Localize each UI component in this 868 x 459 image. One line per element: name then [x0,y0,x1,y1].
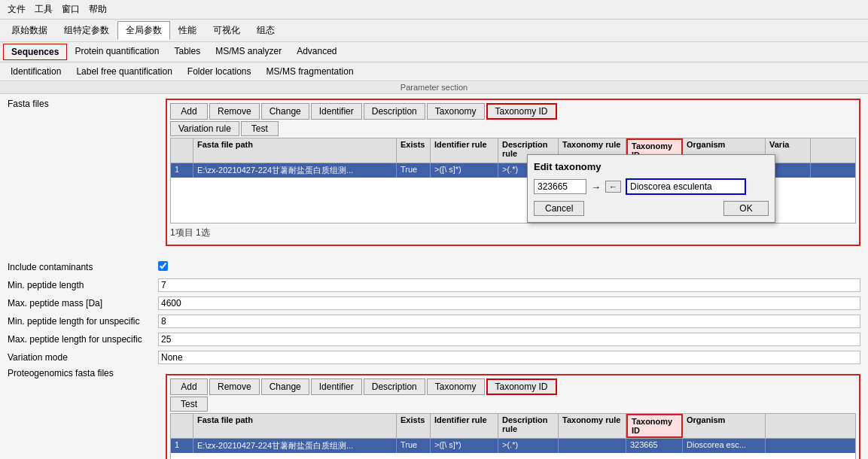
cell-path: E:\zx-20210427-224甘薯耐盐蛋白质组测... [193,163,397,178]
fasta-variation-rule-btn[interactable]: Variation rule [170,121,239,136]
tab-performance[interactable]: 性能 [170,21,205,40]
pth-num [171,414,193,438]
tab-identification[interactable]: Identification [3,64,69,79]
proto-table: Fasta file path Exists Identifier rule D… [170,413,856,459]
proto-buttons2: Test [170,397,856,412]
proto-description-btn[interactable]: Description [364,378,425,395]
proto-table-header: Fasta file path Exists Identifier rule D… [171,414,855,439]
fasta-remove-btn[interactable]: Remove [209,103,260,120]
include-contaminants-value [158,261,168,273]
variation-mode-value [158,351,860,364]
fasta-taxonomy-btn[interactable]: Taxonomy [427,103,485,120]
proteogenomics-section: Proteogenomics fasta files Add Remove Ch… [8,368,860,459]
fasta-status: 1项目 1选 [170,226,856,239]
proto-remove-btn[interactable]: Remove [209,378,260,395]
fasta-taxonomy-id-btn[interactable]: Taxonomy ID [486,103,557,120]
proto-taxonomy-btn[interactable]: Taxonomy [427,378,485,395]
include-contaminants-checkbox[interactable] [158,261,168,271]
menu-tools[interactable]: 工具 [30,2,57,17]
pcell-exists: True [397,439,431,453]
edit-taxonomy-dialog: Edit taxonomy → ← Cancel OK [527,154,775,223]
pcell-organism: Dioscorea esc... [683,439,766,453]
min-peptide-unspecific-input[interactable] [161,316,857,327]
fasta-change-btn[interactable]: Change [261,103,309,120]
fasta-test-btn[interactable]: Test [241,121,279,136]
tab-advanced[interactable]: Advanced [289,44,344,60]
tab-state[interactable]: 组态 [248,21,283,40]
cell-exists: True [397,163,431,178]
pcell-path: E:\zx-20210427-224甘薯耐盐蛋白质组测... [193,439,397,453]
proto-add-btn[interactable]: Add [170,378,208,395]
min-peptide-unspecific-value [158,315,860,328]
pth-exists: Exists [397,414,431,438]
max-peptide-mass-label: Max. peptide mass [Da] [8,298,158,309]
pcell-tax-id: 323665 [626,439,683,453]
menu-window[interactable]: 窗口 [57,2,84,17]
th-num [171,138,193,163]
tab-protein-quant[interactable]: Protein quantification [67,44,166,60]
pcell-desc-rule: >(.*) [498,439,559,453]
tab-folder-locations[interactable]: Folder locations [180,64,259,79]
min-peptide-unspecific-row: Min. peptide length for unspecific [8,314,860,329]
tab-msms-frag[interactable]: MS/MS fragmentation [259,64,361,79]
tab-global-params[interactable]: 全局参数 [117,21,170,40]
menu-help[interactable]: 帮助 [84,2,111,17]
fasta-label: Fasta files [8,99,158,109]
pcell-num: 1 [171,439,193,453]
min-peptide-unspecific-label: Min. peptide length for unspecific [8,316,158,327]
pth-organism: Organism [683,414,766,438]
min-peptide-length-row: Min. peptide length [8,278,860,293]
proto-test-btn[interactable]: Test [170,397,208,412]
pcell-tax-rule [559,439,626,453]
toolbar-row1: 原始数据 组特定参数 全局参数 性能 可视化 组态 [0,20,868,42]
tab-msms-analyzer[interactable]: MS/MS analyzer [208,44,289,60]
dialog-ok-btn[interactable]: OK [723,201,769,216]
toolbar-row3: Identification Label free quantification… [0,62,868,81]
th-exists: Exists [397,138,431,163]
pth-id-rule: Identifier rule [431,414,498,438]
proto-taxonomy-id-btn[interactable]: Taxonomy ID [486,378,557,395]
max-peptide-unspecific-row: Max. peptide length for unspecific [8,332,860,347]
variation-mode-label: Variation mode [8,352,158,363]
max-peptide-unspecific-input[interactable] [161,334,857,345]
max-peptide-unspecific-label: Max. peptide length for unspecific [8,334,158,345]
fasta-add-btn[interactable]: Add [170,103,208,120]
dialog-cancel-btn[interactable]: Cancel [534,201,584,216]
proteogenomics-box: Add Remove Change Identifier Description… [166,374,860,459]
dialog-input-row: → ← [534,178,769,195]
pth-tax-id: Taxonomy ID [626,414,683,438]
pth-tax-rule: Taxonomy rule [559,414,626,438]
min-peptide-length-input[interactable] [161,280,857,290]
th-path: Fasta file path [193,138,397,163]
tab-labelfree[interactable]: Label free quantification [69,64,179,79]
proto-table-row[interactable]: 1 E:\zx-20210427-224甘薯耐盐蛋白质组测... True >(… [171,439,855,453]
max-peptide-mass-value [158,296,860,310]
dialog-id-input[interactable] [534,179,586,194]
max-peptide-unspecific-value [158,333,860,346]
variation-mode-input[interactable] [161,352,857,363]
section-label: Parameter section [0,81,868,94]
max-peptide-mass-row: Max. peptide mass [Da] [8,296,860,311]
min-peptide-length-label: Min. peptide length [8,280,158,290]
dialog-title: Edit taxonomy [534,161,769,172]
tab-tables[interactable]: Tables [166,44,208,60]
dialog-name-input[interactable] [626,178,746,195]
tab-group-params[interactable]: 组特定参数 [56,21,117,40]
tab-raw-data[interactable]: 原始数据 [3,21,56,40]
th-id-rule: Identifier rule [431,138,498,163]
tab-visualization[interactable]: 可视化 [205,21,248,40]
proto-change-btn[interactable]: Change [261,378,309,395]
toolbar-row2: Sequences Protein quantification Tables … [0,42,868,62]
variation-mode-row: Variation mode [8,350,860,365]
tab-sequences[interactable]: Sequences [3,44,67,60]
proto-identifier-btn[interactable]: Identifier [311,378,362,395]
menu-file[interactable]: 文件 [3,2,30,17]
proto-buttons: Add Remove Change Identifier Description… [170,378,856,395]
fasta-buttons: Add Remove Change Identifier Description… [170,103,856,120]
fasta-identifier-btn[interactable]: Identifier [311,103,362,120]
include-contaminants-row: Include contaminants [8,260,860,275]
min-peptide-length-value [158,278,860,292]
arrow-back-btn[interactable]: ← [605,181,621,193]
fasta-description-btn[interactable]: Description [364,103,425,120]
max-peptide-mass-input[interactable] [161,298,857,309]
